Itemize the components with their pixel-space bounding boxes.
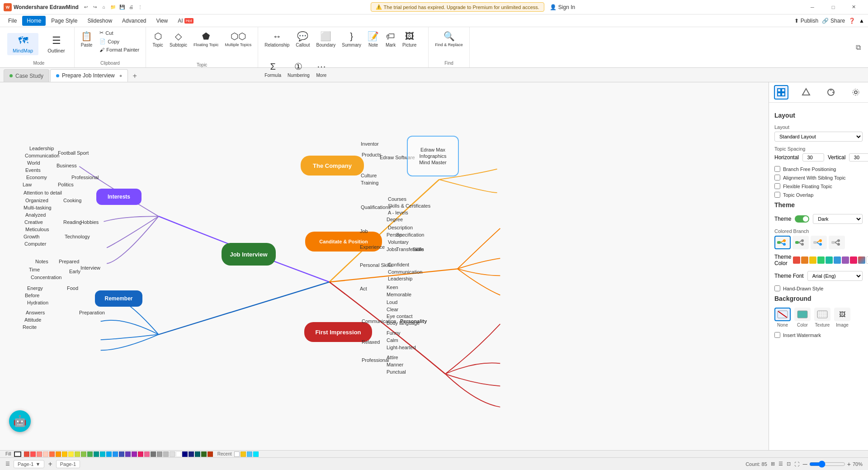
color-cell-3[interactable]: [37, 451, 42, 457]
grid-view-btn[interactable]: ⊞: [771, 461, 775, 467]
node-relaxed[interactable]: Relaxed: [362, 339, 380, 345]
rp-tab-settings[interactable]: [849, 85, 863, 100]
floating-topic-btn[interactable]: ⬟ Floating Topic: [191, 29, 221, 61]
node-multitasking[interactable]: Multi-tasking: [24, 205, 52, 210]
topic-overlap-checkbox[interactable]: [774, 192, 780, 198]
menu-advanced[interactable]: Advanced: [118, 16, 151, 26]
color-cell-29[interactable]: [201, 451, 207, 457]
color-cell-21[interactable]: [151, 451, 156, 457]
node-early[interactable]: Early: [69, 269, 80, 274]
color-cell-25[interactable]: [176, 451, 181, 457]
redo-btn[interactable]: ↪: [91, 4, 99, 11]
callout-btn[interactable]: 💬 Callout: [293, 29, 312, 58]
color-cell-12[interactable]: [94, 451, 99, 457]
node-events[interactable]: Events: [25, 167, 41, 173]
vertical-input[interactable]: [849, 153, 868, 161]
save-btn[interactable]: 💾: [118, 4, 126, 11]
node-football[interactable]: Football: [58, 150, 75, 156]
copy-btn[interactable]: 📄 Copy: [97, 38, 142, 45]
colored-branch-opt-1[interactable]: [774, 236, 791, 249]
zoom-out-btn[interactable]: ─: [803, 461, 807, 468]
node-business[interactable]: Business: [57, 163, 77, 168]
color-cell-20[interactable]: [144, 451, 150, 457]
canvas[interactable]: Job Interview Interests Remember The Com…: [0, 82, 769, 450]
node-body-language[interactable]: Body language: [387, 320, 420, 326]
print-btn[interactable]: 🖨: [127, 4, 135, 11]
mark-btn[interactable]: 🏷 Mark: [382, 29, 399, 58]
color-cell-15[interactable]: [113, 451, 118, 457]
node-skills[interactable]: Skills: [412, 247, 424, 252]
color-cell-17[interactable]: [125, 451, 131, 457]
fullscreen-btn[interactable]: ⛶: [794, 461, 799, 467]
color-yellow[interactable]: [809, 256, 816, 264]
more-btn[interactable]: ⋮: [137, 4, 144, 11]
colored-branch-opt-4[interactable]: [829, 236, 845, 249]
node-eye-contact[interactable]: Eye contact: [387, 313, 412, 319]
color-orange[interactable]: [801, 256, 808, 264]
company-node[interactable]: The Company: [301, 156, 364, 176]
node-attire[interactable]: Attire: [387, 355, 398, 360]
page-1-tab-2[interactable]: Page-1: [56, 460, 80, 468]
node-mind-master[interactable]: Mind Master: [419, 160, 447, 165]
signin-button[interactable]: 👤 Sign In: [550, 4, 575, 10]
node-training[interactable]: Training: [361, 180, 378, 185]
node-manner[interactable]: Manner: [387, 362, 403, 367]
node-politics[interactable]: Politics: [58, 182, 74, 187]
recent-color-1[interactable]: [234, 451, 240, 457]
layout-select[interactable]: Standard Layout: [774, 132, 863, 142]
recent-color-2[interactable]: [241, 451, 246, 457]
node-keen[interactable]: Keen: [387, 285, 398, 290]
color-cell-26[interactable]: [182, 451, 188, 457]
node-economy[interactable]: Economy: [26, 175, 47, 180]
trial-banner[interactable]: ⚠️ The trial period has expired. Upgrade…: [371, 2, 544, 12]
colored-branch-opt-3[interactable]: [811, 236, 827, 249]
tab-close-job-interview[interactable]: ●: [119, 73, 123, 78]
node-prepared[interactable]: Prepared: [59, 259, 79, 264]
node-law[interactable]: Law: [23, 182, 32, 187]
node-leadership[interactable]: Leadership: [29, 146, 54, 151]
home-btn[interactable]: ⌂: [100, 4, 108, 11]
publish-button[interactable]: ⬆ Publish: [794, 18, 818, 24]
add-page-btn[interactable]: +: [48, 460, 52, 468]
node-cooking[interactable]: Cooking: [63, 198, 81, 203]
color-cell-4[interactable]: [43, 451, 48, 457]
flexible-floating-checkbox[interactable]: [774, 183, 780, 189]
hand-drawn-checkbox[interactable]: [774, 285, 780, 291]
node-hobbies[interactable]: Hobbies: [80, 219, 99, 225]
node-communication-skill[interactable]: Communication: [388, 269, 422, 275]
color-cell-23[interactable]: [163, 451, 169, 457]
cut-btn[interactable]: ✂ Cut: [97, 29, 142, 37]
branch-free-checkbox[interactable]: [774, 166, 780, 172]
color-cell-5[interactable]: [49, 451, 55, 457]
center-node[interactable]: Job Interview: [222, 243, 276, 266]
node-energy[interactable]: Energy: [27, 285, 43, 291]
node-qualifications[interactable]: Qualifications: [361, 204, 391, 210]
boundary-btn[interactable]: ⬜ Boundary: [313, 29, 338, 58]
theme-font-select[interactable]: Arial (Eng): [807, 271, 863, 281]
picture-btn[interactable]: 🖼 Picture: [400, 29, 419, 58]
recent-color-3[interactable]: [247, 451, 252, 457]
expand-panel-btn[interactable]: ⧉: [856, 43, 861, 52]
node-sport[interactable]: Sport: [77, 150, 89, 156]
color-cell-13[interactable]: [100, 451, 105, 457]
node-professional[interactable]: Professional: [71, 175, 99, 180]
paste-btn[interactable]: 📋 Paste: [78, 29, 95, 58]
fit-btn[interactable]: ⊡: [787, 461, 791, 467]
color-cell-19[interactable]: [138, 451, 143, 457]
node-analyzed[interactable]: Analyzed: [25, 212, 46, 218]
hide-panel-btn[interactable]: ☰: [5, 461, 10, 467]
relationship-btn[interactable]: ↔ Relationship: [262, 29, 292, 58]
color-cell-9[interactable]: [75, 451, 80, 457]
color-cell-22[interactable]: [157, 451, 162, 457]
bg-color[interactable]: Color: [794, 308, 811, 328]
color-cell-1[interactable]: [24, 451, 29, 457]
node-creative[interactable]: Creative: [24, 219, 43, 225]
help-btn[interactable]: ❓: [849, 18, 855, 24]
color-pink[interactable]: [850, 256, 857, 264]
rp-tab-navigation[interactable]: [824, 85, 838, 100]
color-cell-16[interactable]: [119, 451, 124, 457]
bg-none[interactable]: None: [774, 308, 791, 328]
node-interview[interactable]: Interview: [80, 265, 100, 271]
node-a-levels[interactable]: A - levels: [388, 210, 408, 215]
node-funny[interactable]: Funny: [387, 330, 401, 336]
